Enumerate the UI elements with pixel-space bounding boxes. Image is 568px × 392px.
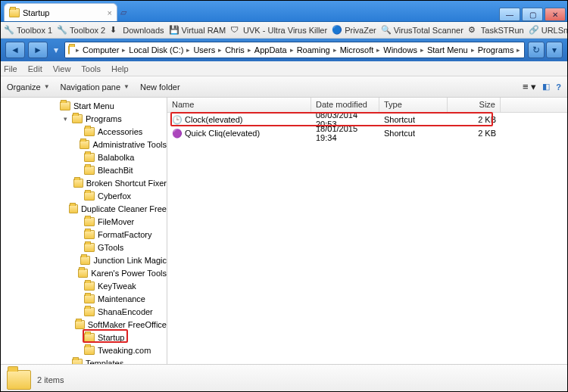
tree-item[interactable]: ▾Programs [1,112,167,125]
tree-item[interactable]: Start Menu [1,99,167,112]
file-type: Shortcut [379,129,448,138]
bookmark-label: Virtual RAM [182,26,226,35]
menu-edit[interactable]: Edit [28,64,42,73]
tree-item[interactable]: Cyberfox [1,189,167,202]
ram-icon: 💾 [169,25,179,36]
tree-item[interactable]: ShanaEncoder [1,305,167,318]
menu-view[interactable]: View [53,64,71,73]
tree-item[interactable]: Startup [1,331,167,344]
forward-button[interactable]: ► [28,42,48,58]
tree-item[interactable]: FileMover [1,215,167,228]
folder-icon [72,114,83,123]
crumb[interactable]: Computer▸ [83,45,129,54]
col-size[interactable]: Size [448,98,501,112]
tree-label: Programs [86,114,122,123]
bookmark-item[interactable]: 🔧Toolbox 2 [57,25,105,36]
q-icon: 🟣 [172,129,183,138]
crumb[interactable]: Chris▸ [225,45,254,54]
crumb[interactable]: Programs▸ [478,45,524,54]
bookmark-item[interactable]: 🔵PrivaZer [332,25,376,36]
crumb[interactable]: Local Disk (C:)▸ [129,45,193,54]
bookmark-label: Toolbox 2 [70,26,105,35]
bookmark-label: URLSnooper [541,26,568,35]
tree-item[interactable]: Templates [1,356,167,364]
bookmark-item[interactable]: ⚙TaskSTRun [468,25,524,36]
tree-item[interactable]: Duplicate Cleaner Free [1,202,167,215]
bookmark-bar: 🔧Toolbox 1🔧Toolbox 2⬇Downloads💾Virtual R… [1,22,567,39]
url-icon: 🔗 [529,25,539,36]
help-icon[interactable]: ? [556,82,561,92]
back-button[interactable]: ◄ [5,42,25,58]
bookmark-label: TaskSTRun [481,26,524,35]
crumb[interactable]: AppData▸ [254,45,297,54]
breadcrumb-dropdown[interactable]: ▾ [546,42,563,58]
new-tab-button[interactable]: ▱ [120,8,137,21]
refresh-button[interactable]: ↻ [528,42,545,58]
crumb[interactable]: Startup▸ [523,45,525,54]
tree-item[interactable]: Balabolka [1,151,167,163]
tree-item[interactable]: Karen's Power Tools [1,266,167,279]
close-tab-icon[interactable]: × [108,8,112,17]
details-pane: 2 items [1,364,567,392]
tree-label: Broken Shortcut Fixer [86,179,167,188]
folder-icon [84,217,95,226]
new-folder-button[interactable]: New folder [140,82,180,92]
breadcrumb[interactable]: ▸Computer▸Local Disk (C:)▸Users▸Chris▸Ap… [64,42,525,58]
menu-tools[interactable]: Tools [81,64,101,73]
bookmark-item[interactable]: 🔧Toolbox 1 [4,25,52,36]
close-button[interactable]: ✕ [545,8,566,21]
minimize-button[interactable]: — [499,8,520,21]
file-size: 2 KB [448,129,501,138]
folder-icon [84,294,95,303]
browser-tab[interactable]: Startup × [4,3,117,21]
navigation-pane-menu[interactable]: Navigation pane▼ [61,82,130,92]
crumb[interactable]: Windows▸ [383,45,427,54]
tree-item[interactable]: Junction Link Magic [1,254,167,266]
crumb[interactable]: Roaming▸ [297,45,340,54]
tree-label: Tweaking.com [98,346,151,355]
crumb[interactable]: Start Menu▸ [427,45,478,54]
tree-label: Duplicate Cleaner Free [81,204,167,213]
tree-item[interactable]: Accessories [1,125,167,138]
menu-file[interactable]: File [4,64,17,73]
bookmark-item[interactable]: 💾Virtual RAM [169,25,226,36]
bookmark-item[interactable]: ⬇Downloads [110,25,164,36]
maximize-button[interactable]: ▢ [522,8,543,21]
bookmark-item[interactable]: 🔍VirusTotal Scanner [381,25,463,36]
tree-label: Balabolka [98,153,134,162]
tree-item[interactable]: Administrative Tools [1,138,167,151]
folder-icon [80,140,89,149]
history-dropdown[interactable]: ▾ [51,42,61,58]
crumb[interactable]: Users▸ [193,45,225,54]
tree-item[interactable]: FormatFactory [1,228,167,241]
folder-icon [78,269,88,278]
tree-item[interactable]: GTools [1,241,167,254]
tree-item[interactable]: SoftMaker FreeOffice [1,318,167,331]
file-date: 18/01/2015 19:34 [311,124,379,142]
tree-item[interactable]: Broken Shortcut Fixer [1,176,167,189]
col-name[interactable]: Name [167,98,311,112]
col-type[interactable]: Type [379,98,448,112]
folder-icon [72,359,83,365]
bookmark-item[interactable]: 🔗URLSnooper [529,25,568,36]
expand-icon[interactable]: ▾ [61,115,69,123]
preview-pane-icon[interactable]: ◧ [542,82,550,92]
view-options-icon[interactable]: ≡ ▾ [523,81,536,92]
tree-label: GTools [98,243,123,252]
bookmark-label: Downloads [123,26,164,35]
tree-label: Junction Link Magic [93,256,167,265]
tree-item[interactable]: KeyTweak [1,279,167,292]
file-row[interactable]: 🟣 Quick Cliq(elevated)18/01/2015 19:34Sh… [167,126,567,140]
folder-icon [84,166,95,175]
folder-tree[interactable]: Start Menu▾ProgramsAccessoriesAdministra… [1,98,167,364]
tree-item[interactable]: BleachBit [1,163,167,176]
bookmark-item[interactable]: 🛡UVK - Ultra Virus Killer [230,25,327,36]
tree-item[interactable]: Tweaking.com [1,344,167,356]
clock-icon: 🕒 [172,115,183,124]
bookmark-label: VirusTotal Scanner [394,26,463,35]
organize-menu[interactable]: Organize▼ [7,82,50,92]
tree-item[interactable]: Maintenance [1,292,167,305]
crumb[interactable]: Microsoft▸ [340,45,384,54]
folder-icon [84,307,95,316]
menu-help[interactable]: Help [111,64,129,73]
